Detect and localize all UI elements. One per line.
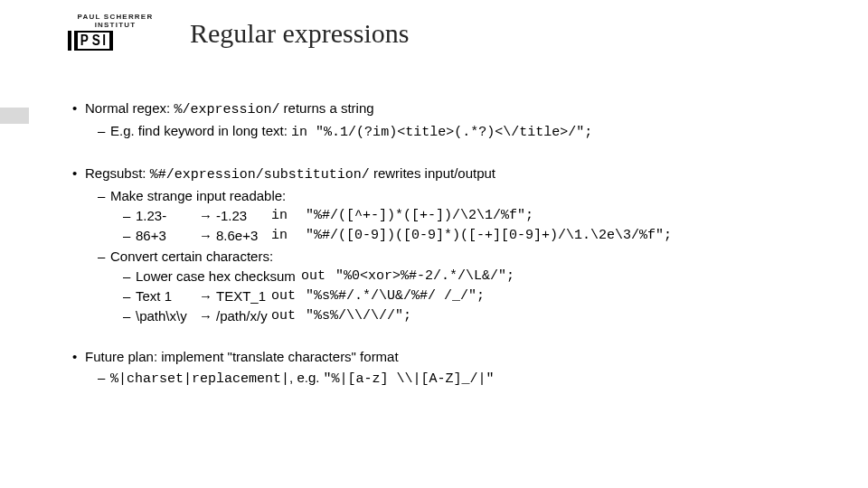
row-neg-number: 1.23- -1.23 in "%#/([^+-])*([+-])/\2\1/%… <box>123 207 841 225</box>
slide-title: Regular expressions <box>190 18 409 49</box>
slide: PAUL SCHERRER INSTITUT PSI Regular expre… <box>0 0 868 488</box>
slide-body: Normal regex: %/expression/ returns a st… <box>72 99 841 394</box>
row-path: \path\x\y /path/x/y out "%s%/\\/\//"; <box>123 307 841 325</box>
sub-convert-chars: Convert certain characters: Lower case h… <box>98 248 841 326</box>
sub-charset: %|charset|replacement|, e.g. "%|[a-z] \\… <box>98 369 841 389</box>
row-text1: Text 1 TEXT_1 out "%s%#/.*/\U&/%#/ /_/"; <box>123 287 841 305</box>
bullet-normal-regex: Normal regex: %/expression/ returns a st… <box>72 99 841 143</box>
sub-make-readable: Make strange input readable: 1.23- -1.23… <box>98 187 841 246</box>
sub-find-keyword: E.g. find keyword in long text: in "%.1/… <box>98 122 841 142</box>
row-lowercase-hex: Lower case hex checksum out "%0<xor>%#-2… <box>123 267 841 286</box>
row-sci-number: 86+3 8.6e+3 in "%#/([0-9])([0-9]*)([-+][… <box>123 227 841 245</box>
bullet-regsubst: Regsubst: %#/expression/substitution/ re… <box>72 164 841 326</box>
logo-institute: PAUL SCHERRER INSTITUT <box>68 13 163 29</box>
accent-bar <box>0 108 29 124</box>
bullet-future-plan: Future plan: implement "translate charac… <box>72 348 841 389</box>
psi-logo: PAUL SCHERRER INSTITUT PSI <box>68 13 163 51</box>
